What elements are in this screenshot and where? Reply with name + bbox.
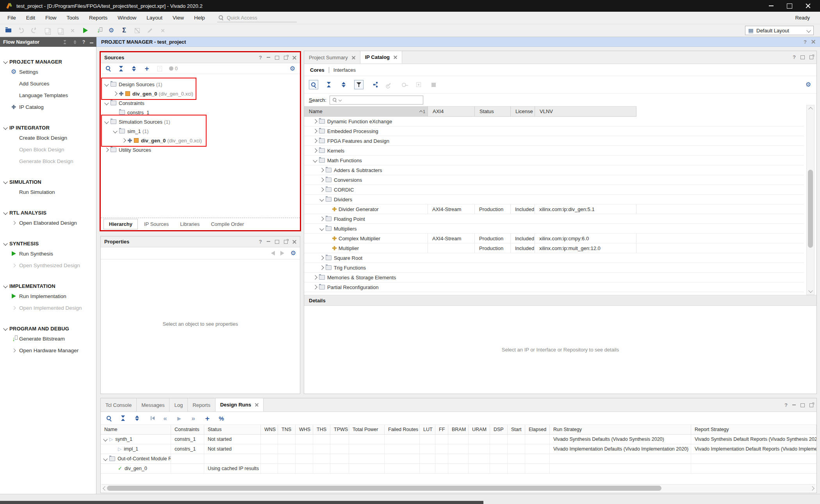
expand-chevron-icon[interactable] (313, 275, 317, 279)
flow-section-header[interactable]: SIMULATION (0, 177, 96, 186)
help-icon[interactable]: ? (804, 39, 807, 45)
editor-tab[interactable]: Project Summary (304, 51, 360, 64)
expand-chevron-icon[interactable] (104, 147, 109, 152)
ip-catalog-toolbar-icon[interactable] (324, 80, 333, 89)
source-tree-item[interactable]: Constraints (101, 98, 300, 108)
source-tree-item[interactable]: div_gen_0 (div_gen_0.xci) (101, 89, 300, 98)
expand-chevron-icon[interactable] (319, 217, 324, 221)
design-runs-column-header[interactable]: THS (313, 425, 330, 434)
expand-chevron-icon[interactable] (103, 437, 107, 441)
results-tab[interactable]: Log (169, 398, 188, 412)
menu-item[interactable]: Help (189, 13, 210, 22)
toolbar-icon[interactable] (18, 26, 26, 35)
column-header-name[interactable]: Name 1 (304, 106, 428, 117)
close-tab-icon[interactable] (255, 403, 258, 406)
design-runs-column-header[interactable]: TNS (278, 425, 296, 434)
minimize-panel-icon[interactable] (90, 43, 93, 43)
menu-item[interactable]: Layout (141, 13, 168, 22)
help-icon[interactable]: ? (793, 54, 796, 60)
expand-chevron-icon[interactable] (103, 456, 107, 461)
design-runs-column-header[interactable]: DSP (490, 425, 508, 434)
design-runs-column-header[interactable]: Status (204, 425, 261, 434)
expand-chevron-icon[interactable] (313, 138, 317, 143)
design-runs-column-header[interactable]: BRAM (448, 425, 469, 434)
toolbar-icon[interactable] (82, 26, 91, 35)
flow-section-header[interactable]: IMPLEMENTATION (0, 282, 96, 290)
toolbar-icon[interactable] (159, 26, 168, 35)
scroll-right-icon[interactable] (810, 486, 814, 490)
expand-chevron-icon[interactable] (104, 101, 109, 105)
menu-item[interactable]: Window (112, 13, 141, 22)
flow-item[interactable]: Generate Block Design (0, 155, 96, 167)
flow-item[interactable]: Add Sources (0, 78, 96, 89)
flow-item[interactable]: Open Elaborated Design (0, 217, 96, 229)
flow-item[interactable]: Open Hardware Manager (0, 344, 96, 356)
design-runs-toolbar-icon[interactable] (189, 414, 198, 422)
expand-chevron-icon[interactable] (319, 187, 324, 192)
ip-table-row[interactable]: Conversions (304, 175, 804, 185)
menu-item[interactable]: View (168, 13, 189, 22)
expand-chevron-icon[interactable] (104, 119, 109, 124)
ip-table-row[interactable]: Multiplier Production Included xilinx.co… (304, 243, 804, 253)
float-icon[interactable] (809, 403, 813, 407)
menu-item[interactable]: Edit (21, 13, 40, 22)
layout-selector-dropdown[interactable]: Default Layout (745, 26, 814, 35)
ip-table-row[interactable]: Floating Point (304, 214, 804, 224)
menu-item[interactable]: Flow (40, 13, 62, 22)
close-icon[interactable] (811, 40, 815, 44)
ip-catalog-toolbar-icon[interactable] (354, 80, 364, 89)
source-tree-item[interactable]: div_gen_0 (div_gen_0.xci) (101, 136, 300, 145)
close-tab-icon[interactable] (352, 56, 355, 59)
sources-toolbar-icon[interactable]: 0 (170, 65, 177, 72)
design-runs-column-header[interactable]: Start (508, 425, 525, 434)
sources-view-tab[interactable]: Compile Order (206, 219, 249, 229)
editor-tab[interactable]: IP Catalog (360, 51, 402, 64)
design-runs-column-header[interactable]: LUT (420, 425, 435, 434)
design-runs-toolbar-icon[interactable] (161, 414, 169, 422)
help-icon[interactable]: ? (259, 55, 262, 60)
scroll-up-icon[interactable] (808, 107, 813, 111)
ip-table-row[interactable]: Divider Generator AXI4-Stream Production… (304, 204, 804, 214)
close-icon[interactable] (292, 56, 296, 60)
flow-item[interactable]: Run Simulation (0, 186, 96, 198)
ip-table-row[interactable]: Multipliers (304, 224, 804, 234)
float-icon[interactable] (284, 56, 288, 60)
ip-table-row[interactable]: Square Root (304, 253, 804, 263)
scrollbar-thumb[interactable] (808, 170, 813, 248)
flow-item[interactable]: Open Synthesized Design (0, 259, 96, 271)
expand-chevron-icon[interactable] (113, 91, 117, 96)
toolbar-icon[interactable] (121, 26, 129, 35)
design-runs-toolbar-icon[interactable] (133, 414, 141, 422)
gear-icon[interactable]: ⚙ (290, 66, 295, 72)
expand-chevron-icon[interactable] (319, 197, 324, 201)
ip-table-row[interactable]: Kernels (304, 146, 804, 156)
minimize-icon[interactable] (267, 241, 270, 242)
flow-section-header[interactable]: PROJECT MANAGER (0, 57, 96, 66)
expand-all-icon[interactable] (72, 39, 78, 45)
expand-chevron-icon[interactable] (313, 129, 317, 133)
gear-icon[interactable]: ⚙ (806, 82, 811, 88)
back-arrow-icon[interactable] (271, 251, 275, 256)
expand-chevron-icon[interactable] (313, 148, 317, 153)
maximize-icon[interactable] (800, 403, 805, 407)
collapse-all-icon[interactable] (62, 39, 68, 45)
ip-catalog-subtab[interactable]: Interfaces (329, 67, 360, 73)
expand-chevron-icon[interactable] (113, 129, 117, 133)
help-icon[interactable]: ? (784, 402, 788, 408)
flow-item[interactable]: Open Implemented Design (0, 302, 96, 314)
maximize-icon[interactable] (800, 55, 805, 59)
source-tree-item[interactable]: sim_1 (1) (101, 126, 300, 136)
window-maximize-button[interactable] (787, 4, 792, 9)
ip-table-row[interactable]: Dividers (304, 195, 804, 204)
ip-table-row[interactable]: Memories & Storage Elements (304, 273, 804, 282)
forward-arrow-icon[interactable] (280, 251, 284, 256)
horizontal-scrollbar[interactable] (102, 484, 816, 492)
source-tree-item[interactable]: Utility Sources (101, 145, 300, 154)
design-runs-column-header[interactable]: Report Strategy (691, 425, 816, 434)
column-header-license[interactable]: License (511, 106, 535, 117)
toolbar-icon[interactable] (95, 26, 103, 35)
ip-catalog-subtab[interactable]: Cores (306, 67, 329, 73)
source-tree-item[interactable]: Simulation Sources (1) (101, 117, 300, 126)
flow-section-header[interactable]: SYNTHESIS (0, 239, 96, 248)
flow-section-header[interactable]: RTL ANALYSIS (0, 208, 96, 217)
